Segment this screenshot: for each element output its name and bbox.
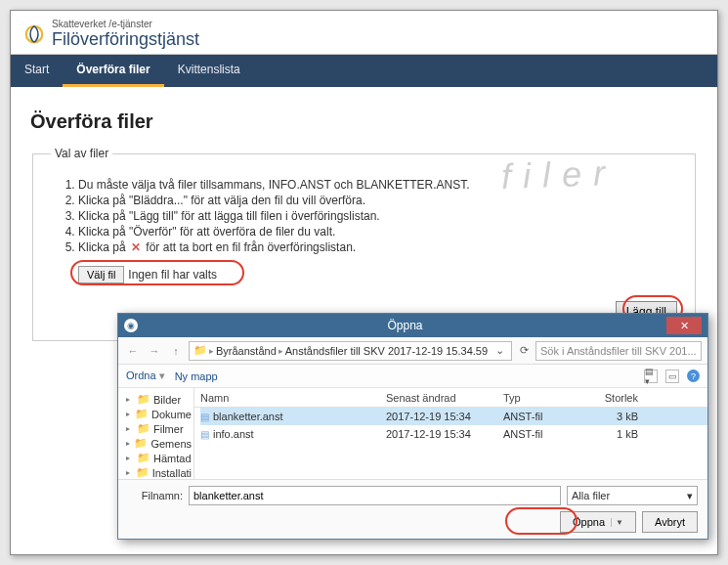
instruction-item: Klicka på "Lägg till" för att lägga till… — [78, 209, 677, 223]
tree-item[interactable]: ▸📁Gemens — [120, 436, 192, 451]
chrome-icon: ◉ — [124, 319, 138, 332]
main-nav: Start Överföra filer Kvittenslista — [11, 55, 717, 87]
tree-item[interactable]: ▸📁Filmer — [120, 421, 192, 436]
dialog-bottom-bar: Filnamn: Alla filer▾ Öppna▼ Avbryt — [118, 479, 707, 539]
dialog-title: Öppna — [144, 319, 666, 332]
col-header-date[interactable]: Senast ändrad — [386, 392, 503, 404]
chevron-down-icon: ▾ — [687, 490, 693, 502]
file-row[interactable]: ▤blanketter.anst 2017-12-19 15:34 ANST-f… — [200, 408, 707, 425]
open-button[interactable]: Öppna▼ — [560, 511, 636, 533]
path-dropdown-icon[interactable]: ⌄ — [492, 344, 507, 357]
filename-input[interactable] — [189, 486, 561, 505]
nav-receipts[interactable]: Kvittenslista — [164, 55, 254, 87]
col-header-size[interactable]: Storlek — [591, 392, 650, 404]
file-open-dialog: ◉ Öppna ✕ ← → ↑ 📁 ▸ Byråanstånd ▸ Anstån… — [117, 313, 708, 540]
folder-tree: ▸📁Bilder ▸📁Dokume ▸📁Filmer ▸📁Gemens ▸📁Hä… — [118, 388, 194, 479]
file-type-filter[interactable]: Alla filer▾ — [567, 486, 698, 505]
file-icon: ▤ — [200, 412, 209, 422]
fieldset-legend: Val av filer — [51, 147, 112, 160]
page-title: Överföra filer — [30, 110, 698, 133]
tree-item[interactable]: ▸📁Dokume — [120, 407, 192, 421]
choose-file-button[interactable]: Välj fil — [78, 266, 124, 283]
nav-start[interactable]: Start — [11, 55, 63, 87]
dialog-search-input[interactable]: Sök i Anståndsfiler till SKV 201... — [535, 341, 702, 361]
new-folder-button[interactable]: Ny mapp — [175, 370, 218, 382]
open-split-caret[interactable]: ▼ — [611, 518, 623, 527]
no-file-chosen-text: Ingen fil har valts — [128, 268, 217, 282]
view-options-icon[interactable]: ▤ ▾ — [644, 369, 658, 383]
file-row[interactable]: ▤info.anst 2017-12-19 15:34 ANST-fil 1 k… — [200, 425, 707, 443]
instruction-item: Klicka på "Överför" för att överföra de … — [78, 225, 677, 239]
dialog-toolbar: Ordna ▾ Ny mapp ▤ ▾ ▭ ? — [118, 365, 707, 388]
nav-forward-icon[interactable]: → — [146, 342, 163, 360]
folder-icon: 📁 — [193, 344, 207, 357]
dialog-titlebar: ◉ Öppna ✕ — [118, 314, 707, 337]
col-header-type[interactable]: Typ — [503, 392, 591, 404]
file-icon: ▤ — [200, 429, 209, 440]
breadcrumb-segment[interactable]: Byråanstånd — [216, 345, 277, 357]
preview-pane-icon[interactable]: ▭ — [665, 369, 679, 383]
organize-menu[interactable]: Ordna ▾ — [126, 369, 165, 382]
col-header-name[interactable]: Namn — [200, 392, 386, 404]
search-placeholder-text: Sök i Anståndsfiler till SKV 201... — [540, 345, 697, 357]
file-list: Namn Senast ändrad Typ Storlek ▤blankett… — [194, 388, 707, 479]
nav-transfer-files[interactable]: Överföra filer — [63, 55, 163, 87]
help-icon[interactable]: ? — [687, 369, 700, 382]
instruction-list: Du måste välja två filer tillsammans, IN… — [61, 178, 677, 254]
cancel-button[interactable]: Avbryt — [642, 511, 698, 533]
instruction-item: Du måste välja två filer tillsammans, IN… — [78, 178, 677, 192]
refresh-icon[interactable]: ⟳ — [516, 344, 532, 357]
filename-label: Filnamn: — [128, 490, 183, 501]
tree-item[interactable]: ▸📁Installati — [120, 465, 192, 479]
nav-back-icon[interactable]: ← — [124, 342, 142, 360]
file-list-header: Namn Senast ändrad Typ Storlek — [194, 388, 707, 408]
breadcrumb-segment[interactable]: Anståndsfiler till SKV 2017-12-19 15.34.… — [285, 345, 488, 357]
dialog-nav-row: ← → ↑ 📁 ▸ Byråanstånd ▸ Anståndsfiler ti… — [118, 337, 707, 365]
tree-item[interactable]: ▸📁Hämtad — [120, 451, 192, 465]
instruction-item: Klicka på ✕ för att ta bort en fil från … — [78, 240, 677, 254]
svg-point-0 — [26, 26, 43, 43]
remove-x-icon: ✕ — [129, 240, 143, 254]
org-subtitle: Skatteverket /e-tjänster — [52, 19, 199, 29]
dialog-close-button[interactable]: ✕ — [666, 317, 702, 334]
instruction-item: Klicka på "Bläddra..." för att välja den… — [78, 194, 677, 207]
skatteverket-logo — [22, 22, 46, 46]
service-title: Filöverföringstjänst — [52, 29, 199, 50]
app-header: Skatteverket /e-tjänster Filöverföringst… — [11, 11, 717, 55]
nav-up-icon[interactable]: ↑ — [167, 342, 185, 360]
tree-item[interactable]: ▸📁Bilder — [120, 392, 192, 407]
breadcrumb-path[interactable]: 📁 ▸ Byråanstånd ▸ Anståndsfiler till SKV… — [189, 341, 512, 361]
